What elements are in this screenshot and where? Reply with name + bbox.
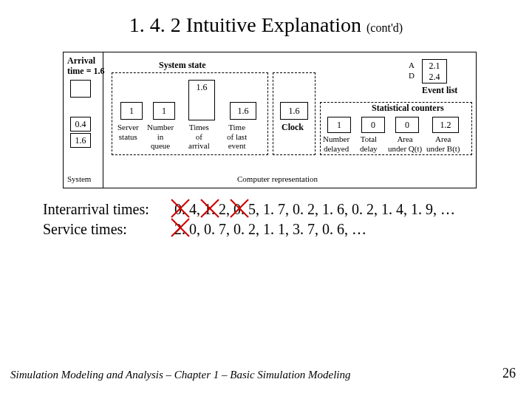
diagram-vline [103,52,103,188]
clock-box: 1.6 [280,102,308,120]
server-status-label: Server status [117,123,139,141]
arrival-time-label: Arrival time = 1.6 [67,56,105,77]
page-number: 26 [502,366,516,381]
interarrival-label: Interarrival times: [43,201,174,218]
total-delay-box: 0 [361,117,385,133]
simulation-diagram: Arrival time = 1.6 0.4 1.6 System System… [63,52,477,188]
area-q-box: 0 [395,117,419,133]
footer-text: Simulation Modeling and Analysis – Chapt… [10,369,351,381]
computer-rep-label: Computer representation [237,174,318,184]
slide-title: 1. 4. 2 Intuitive Explanation (cont'd) [0,13,532,37]
arrival-time-0: 1.6 [188,80,215,95]
title-contd: (cont'd) [366,21,403,34]
queue-customer-2: 1.6 [70,133,91,148]
service-values: 2. 0, 0. 7, 0. 2, 1. 1, 3. 7, 0. 6, … [174,221,366,238]
arrival-slot-1 [188,93,215,107]
num-in-queue-box: 1 [153,102,175,120]
area-b-label: Area under B(t) [426,134,460,153]
diagram-empty-box [70,80,91,98]
event-list-label: Event list [422,86,457,96]
area-q-label: Area under Q(t) [388,134,422,153]
service-label: Service times: [43,221,174,238]
queue-customer-1: 0.4 [70,117,91,132]
server-status-box: 1 [120,102,143,120]
title-main: 1. 4. 2 Intuitive Explanation [129,13,366,36]
arrival-slot-2 [188,106,215,120]
total-delay-label: Total delay [360,134,378,153]
area-b-box: 1.2 [432,117,459,133]
last-event-label: Time of last event [227,123,247,151]
num-delayed-label: Number delayed [323,134,349,153]
interarrival-row: Interarrival times: 0. 4, 1. 2, 0. 5, 1.… [43,201,455,218]
event-D-label: D [409,71,415,81]
event-A-label: A [409,61,415,70]
last-event-box: 1.6 [230,102,256,120]
num-in-queue-label: Number in queue [147,123,174,151]
times-block: Interarrival times: 0. 4, 1. 2, 0. 5, 1.… [43,201,455,241]
num-delayed-box: 1 [327,117,351,133]
event-D-val: 2.4 [422,71,447,83]
stat-counters-label: Statistical counters [372,103,444,114]
interarrival-values: 0. 4, 1. 2, 0. 5, 1. 7, 0. 2, 1. 6, 0. 2… [174,201,455,218]
system-label: System [67,174,91,184]
system-state-label: System state [159,61,206,71]
service-row: Service times: 2. 0, 0. 7, 0. 2, 1. 1, 3… [43,221,455,238]
times-of-arrival-label: Times of arrival [188,123,210,151]
clock-label: Clock [282,123,304,133]
